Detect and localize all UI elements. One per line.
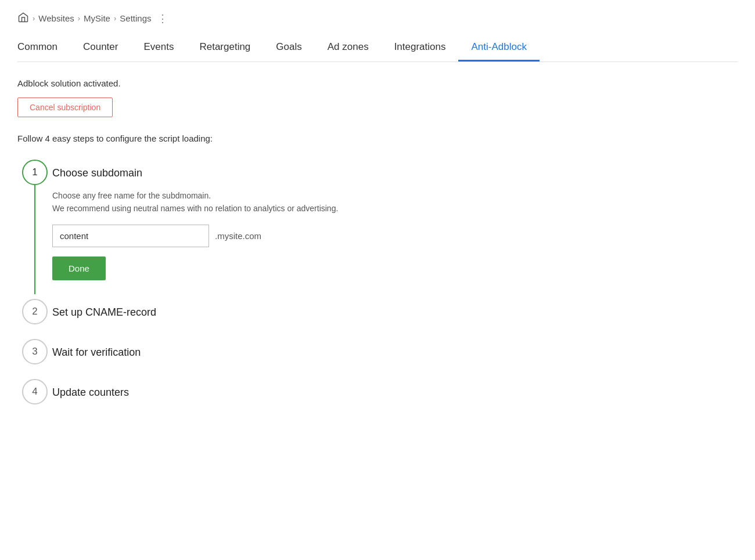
tab-anti-adblock[interactable]: Anti-Adblock <box>458 35 539 62</box>
tab-ad-zones[interactable]: Ad zones <box>315 35 382 62</box>
breadcrumb-settings[interactable]: Settings <box>120 13 151 23</box>
step-1-desc-line1: Choose any free name for the subdmomain. <box>52 191 211 200</box>
breadcrumb-sep-3: › <box>114 14 116 23</box>
tab-retargeting[interactable]: Retargeting <box>186 35 263 62</box>
cancel-subscription-button[interactable]: Cancel subscription <box>17 97 113 117</box>
page-container: › Websites › MySite › Settings ⋮ Common … <box>0 0 755 426</box>
subdomain-input[interactable] <box>52 225 209 247</box>
step-3-circle: 3 <box>22 339 48 364</box>
breadcrumb-sep-1: › <box>33 14 35 23</box>
step-4-title: Update counters <box>52 385 738 400</box>
step-1-desc: Choose any free name for the subdmomain.… <box>52 189 738 215</box>
step-4-circle: 4 <box>22 379 48 404</box>
step-3-content: Wait for verification <box>52 339 738 374</box>
step-3-indicator: 3 <box>17 339 52 374</box>
step-3-title: Wait for verification <box>52 345 738 360</box>
step-4-row: 4 Update counters <box>17 379 738 414</box>
step-2-row: 2 Set up CNAME-record <box>17 299 738 334</box>
step-1-desc-line2: We recommend using neutral names with no… <box>52 204 338 213</box>
step-2-title: Set up CNAME-record <box>52 305 738 320</box>
step-3-row: 3 Wait for verification <box>17 339 738 374</box>
step-1-indicator: 1 <box>17 160 52 294</box>
step-1-row: 1 Choose subdomain Choose any free name … <box>17 160 738 294</box>
subdomain-suffix: .mysite.com <box>215 231 261 241</box>
nav-tabs: Common Counter Events Retargeting Goals … <box>17 35 738 62</box>
done-button[interactable]: Done <box>52 256 106 280</box>
breadcrumb-websites[interactable]: Websites <box>38 13 74 23</box>
step-1-circle: 1 <box>22 160 48 185</box>
breadcrumb: › Websites › MySite › Settings ⋮ <box>17 12 738 25</box>
adblock-status-text: Adblock solution activated. <box>17 78 738 88</box>
tab-counter[interactable]: Counter <box>70 35 131 62</box>
home-icon[interactable] <box>17 12 29 25</box>
tab-integrations[interactable]: Integrations <box>382 35 459 62</box>
breadcrumb-mysite[interactable]: MySite <box>84 13 110 23</box>
content-area: Adblock solution activated. Cancel subsc… <box>17 78 738 414</box>
step-1-content: Choose subdomain Choose any free name fo… <box>52 160 738 294</box>
tab-common[interactable]: Common <box>17 35 70 62</box>
step-2-indicator: 2 <box>17 299 52 334</box>
steps-list: 1 Choose subdomain Choose any free name … <box>17 160 738 414</box>
subdomain-row: .mysite.com <box>52 225 738 247</box>
step-4-content: Update counters <box>52 379 738 414</box>
more-options-icon[interactable]: ⋮ <box>157 12 168 25</box>
breadcrumb-sep-2: › <box>78 14 80 23</box>
steps-intro-text: Follow 4 easy steps to configure the scr… <box>17 133 738 143</box>
step-2-circle: 2 <box>22 299 48 324</box>
tab-goals[interactable]: Goals <box>263 35 314 62</box>
step-1-title: Choose subdomain <box>52 165 738 181</box>
tab-events[interactable]: Events <box>131 35 186 62</box>
step-4-indicator: 4 <box>17 379 52 414</box>
step-2-content: Set up CNAME-record <box>52 299 738 334</box>
